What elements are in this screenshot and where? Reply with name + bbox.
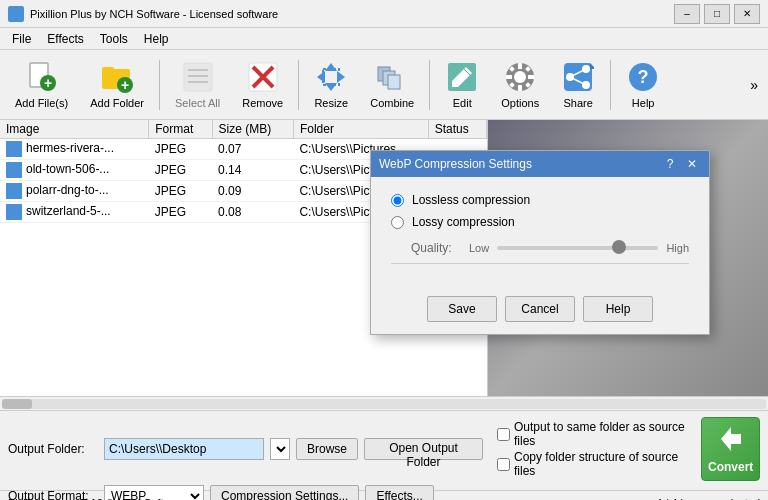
modal-divider bbox=[391, 263, 689, 264]
modal-controls: ? ✕ bbox=[661, 155, 701, 173]
quality-slider[interactable] bbox=[497, 246, 658, 250]
modal-help-button[interactable]: Help bbox=[583, 296, 653, 322]
quality-thumb[interactable] bbox=[612, 240, 626, 254]
modal-close-button[interactable]: ✕ bbox=[683, 155, 701, 173]
compression-settings-dialog: WebP Compression Settings ? ✕ Lossless c… bbox=[370, 150, 710, 335]
lossy-row: Lossy compression bbox=[391, 215, 689, 229]
lossless-radio[interactable] bbox=[391, 194, 404, 207]
quality-high-label: High bbox=[666, 242, 689, 254]
lossy-label: Lossy compression bbox=[412, 215, 515, 229]
compression-type-group: Lossless compression Lossy compression bbox=[391, 193, 689, 229]
quality-row: Quality: Low High bbox=[391, 241, 689, 255]
quality-low-label: Low bbox=[469, 242, 489, 254]
lossless-row: Lossless compression bbox=[391, 193, 689, 207]
quality-label: Quality: bbox=[411, 241, 461, 255]
modal-cancel-button[interactable]: Cancel bbox=[505, 296, 575, 322]
modal-footer: Save Cancel Help bbox=[371, 288, 709, 334]
modal-title-bar: WebP Compression Settings ? ✕ bbox=[371, 151, 709, 177]
modal-help-icon-button[interactable]: ? bbox=[661, 155, 679, 173]
modal-body: Lossless compression Lossy compression Q… bbox=[371, 177, 709, 288]
modal-overlay: WebP Compression Settings ? ✕ Lossless c… bbox=[0, 0, 768, 500]
lossy-radio[interactable] bbox=[391, 216, 404, 229]
modal-title: WebP Compression Settings bbox=[379, 157, 532, 171]
lossless-label: Lossless compression bbox=[412, 193, 530, 207]
modal-save-button[interactable]: Save bbox=[427, 296, 497, 322]
